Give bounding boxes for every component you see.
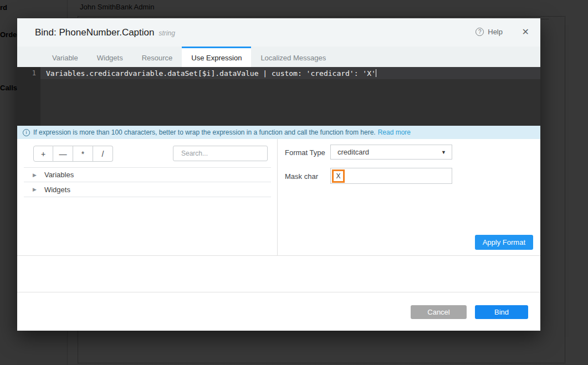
mask-char-highlighted-value: X [332,169,345,183]
apply-format-button[interactable]: Apply Format [475,235,533,250]
tab-widgets[interactable]: Widgets [88,47,132,67]
tree-item-label: Variables [44,171,74,179]
format-panel: Format Type creditcard ▼ Mask char X App… [277,139,540,255]
search-input[interactable] [181,150,267,157]
editor-line-number: 1 [17,69,36,77]
mask-char-label: Mask char [285,172,318,181]
chevron-right-icon[interactable]: ▶ [33,172,37,178]
multiply-operator-button[interactable]: * [73,146,93,162]
editor-code-line[interactable]: Variables.credicardvariable.dataSet[$i].… [46,69,376,78]
format-type-select[interactable]: creditcard ▼ [330,145,452,160]
editor-cursor [376,69,376,77]
info-banner: i If expression is more than 100 charact… [17,126,540,139]
expression-builder-panel: + — * / ▶ Variables ▶ Widgets [17,139,277,255]
dialog-title: Bind: PhoneNumber.Captionstring [35,27,175,38]
tree-item-variables[interactable]: ▶ Variables [24,167,271,182]
tab-localized-messages[interactable]: Localized Messages [251,47,335,67]
bind-button[interactable]: Bind [475,305,528,319]
dialog-title-text: Bind: PhoneNumber.Caption [35,27,154,38]
dialog-tabbar: Variable Widgets Resource Use Expression… [17,47,540,67]
bind-dialog: Bind: PhoneNumber.Captionstring ? Help ✕… [17,18,540,331]
format-type-label: Format Type [285,148,325,157]
plus-operator-button[interactable]: + [33,146,53,162]
operator-button-group: + — * / [33,146,113,162]
format-type-value: creditcard [338,148,369,156]
read-more-link[interactable]: Read more [378,128,411,136]
chevron-down-icon: ▼ [441,150,446,155]
tab-resource[interactable]: Resource [132,47,182,67]
cancel-button[interactable]: Cancel [411,305,467,319]
info-banner-text: If expression is more than 100 character… [33,128,376,136]
minus-operator-button[interactable]: — [53,146,73,162]
info-icon: i [23,129,30,136]
mask-char-input[interactable]: X [330,168,452,184]
tree-item-widgets[interactable]: ▶ Widgets [24,182,271,197]
chevron-right-icon[interactable]: ▶ [33,187,37,192]
help-icon: ? [475,28,484,36]
editor-code-text: Variables.credicardvariable.dataSet[$i].… [46,69,376,78]
dialog-header: Bind: PhoneNumber.Captionstring ? Help ✕ [17,18,540,47]
divide-operator-button[interactable]: / [93,146,113,162]
tab-variable[interactable]: Variable [43,47,88,67]
dialog-spacer [17,255,540,292]
editor-gutter: 1 [17,67,40,126]
dialog-subtitle: string [158,29,175,37]
tree-item-label: Widgets [44,186,70,194]
search-field[interactable] [173,146,268,161]
tab-use-expression[interactable]: Use Expression [182,47,251,67]
dialog-body: + — * / ▶ Variables ▶ Widgets [17,139,540,255]
dialog-footer: Cancel Bind [17,292,540,331]
expression-editor[interactable]: 1 Variables.credicardvariable.dataSet[$i… [17,67,540,126]
help-button[interactable]: ? Help [475,28,503,36]
help-label: Help [488,28,503,36]
close-icon[interactable]: ✕ [522,27,529,37]
